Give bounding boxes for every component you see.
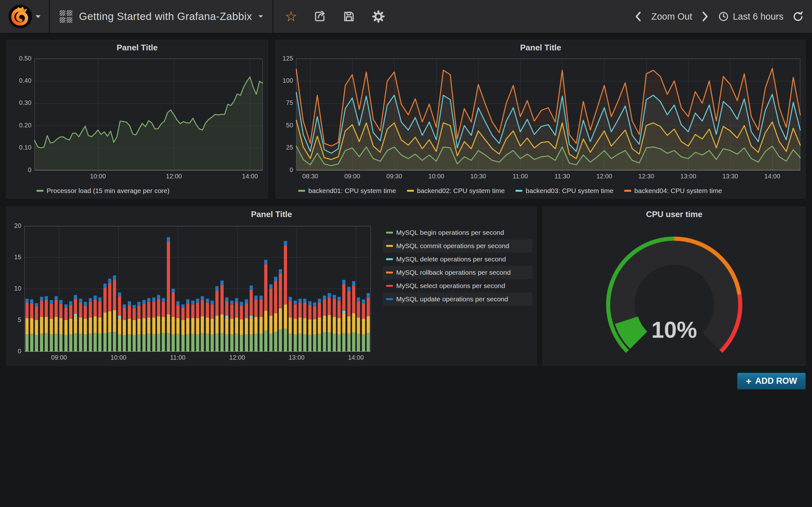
time-range-picker[interactable]: Last 6 hours <box>718 11 783 22</box>
logo-dropdown-caret-icon <box>36 15 41 18</box>
legend-item[interactable]: MySQL select operations per second <box>383 279 532 292</box>
legend-item[interactable]: backend02: CPU system time <box>407 187 505 194</box>
dashboard-grid-icon <box>59 10 72 23</box>
grafana-logo-button[interactable] <box>0 0 50 33</box>
panel-processor-load: Panel Title Processor load (15 min avera… <box>6 40 268 199</box>
grafana-logo-icon <box>8 4 32 29</box>
legend-swatch <box>386 272 393 274</box>
mysql-operations-chart[interactable] <box>7 222 375 365</box>
legend-swatch <box>386 298 393 300</box>
dashboard-content: Panel Title Processor load (15 min avera… <box>0 34 812 396</box>
clock-icon <box>718 11 729 22</box>
legend-label: backend01: CPU system time <box>308 187 396 194</box>
refresh-icon <box>792 11 804 22</box>
legend-swatch <box>386 258 393 260</box>
star-icon: ☆ <box>285 9 297 23</box>
legend-label: MySQL delete operations per second <box>396 256 506 263</box>
legend: MySQL begin operations per second MySQL … <box>375 222 536 365</box>
refresh-button[interactable] <box>792 11 804 22</box>
legend-label: MySQL begin operations per second <box>396 229 504 236</box>
legend-label: backend04: CPU system time <box>635 187 722 194</box>
processor-load-chart[interactable] <box>7 55 268 183</box>
legend-label: MySQL select operations per second <box>396 282 505 290</box>
legend-swatch <box>515 190 522 192</box>
legend-item[interactable]: backend04: CPU system time <box>624 187 722 194</box>
time-shift-back-button[interactable] <box>634 11 642 22</box>
settings-button[interactable] <box>371 9 386 23</box>
zoom-out-button[interactable]: Zoom Out <box>651 11 692 22</box>
save-button[interactable] <box>342 10 356 23</box>
legend-label: MySQL update operations per second <box>396 295 508 303</box>
legend-item[interactable]: MySQL delete operations per second <box>383 252 532 266</box>
legend-label: backend03: CPU system time <box>525 187 613 194</box>
add-row-label: ADD ROW <box>755 376 797 386</box>
legend-label: MySQL commit operations per second <box>396 242 509 250</box>
legend-item[interactable]: backend03: CPU system time <box>515 187 613 194</box>
legend-swatch <box>407 190 414 192</box>
cpu-user-time-gauge[interactable] <box>543 222 805 366</box>
legend-item[interactable]: backend01: CPU system time <box>298 187 396 194</box>
share-button[interactable] <box>313 10 326 23</box>
legend-item[interactable]: Processor load (15 min average per core) <box>37 187 170 194</box>
panel-cpu-user-time: CPU user time <box>543 207 806 366</box>
dashboard-title: Getting Started with Grafana-Zabbix <box>79 10 252 22</box>
title-dropdown-caret-icon <box>258 15 263 18</box>
panel-title[interactable]: Panel Title <box>276 40 805 55</box>
legend: backend01: CPU system time backend02: CP… <box>276 183 805 198</box>
legend-item[interactable]: MySQL update operations per second <box>383 292 532 306</box>
add-row-button[interactable]: + ADD ROW <box>737 373 806 389</box>
panel-title[interactable]: Panel Title <box>7 40 268 55</box>
panel-title[interactable]: Panel Title <box>7 207 537 222</box>
dashboard-row-1: Panel Title Processor load (15 min avera… <box>6 40 806 199</box>
legend-label: backend02: CPU system time <box>417 187 505 194</box>
zoom-out-label: Zoom Out <box>651 11 692 22</box>
save-icon <box>342 10 356 23</box>
cpu-system-time-chart[interactable] <box>276 55 805 183</box>
time-shift-forward-button[interactable] <box>701 11 709 22</box>
panel-cpu-system-time: Panel Title backend01: CPU system time b… <box>275 40 806 199</box>
legend-swatch <box>298 190 305 192</box>
legend-item[interactable]: MySQL begin operations per second <box>383 226 532 239</box>
legend-label: MySQL rollback operations per second <box>396 269 511 276</box>
star-button[interactable]: ☆ <box>285 9 297 23</box>
legend-swatch <box>386 232 393 233</box>
legend: Processor load (15 min average per core) <box>7 183 268 198</box>
legend-swatch <box>386 285 393 287</box>
chevron-left-icon <box>634 11 642 22</box>
time-range-label: Last 6 hours <box>733 11 783 22</box>
legend-swatch <box>624 190 631 192</box>
panel-title[interactable]: CPU user time <box>543 207 805 222</box>
gear-icon <box>371 9 386 23</box>
navbar: Getting Started with Grafana-Zabbix ☆ <box>0 0 812 34</box>
legend-item[interactable]: MySQL rollback operations per second <box>383 266 532 279</box>
dashboard-title-button[interactable]: Getting Started with Grafana-Zabbix <box>50 0 272 33</box>
legend-swatch <box>386 245 393 247</box>
chevron-right-icon <box>701 11 709 22</box>
plus-icon: + <box>746 377 751 386</box>
dashboard-row-2: Panel Title MySQL begin operations per s… <box>6 207 806 366</box>
panel-mysql-operations: Panel Title MySQL begin operations per s… <box>6 207 537 366</box>
share-icon <box>313 10 326 23</box>
legend-item[interactable]: MySQL commit operations per second <box>383 239 532 252</box>
legend-label: Processor load (15 min average per core) <box>47 187 170 194</box>
legend-swatch <box>37 190 44 192</box>
